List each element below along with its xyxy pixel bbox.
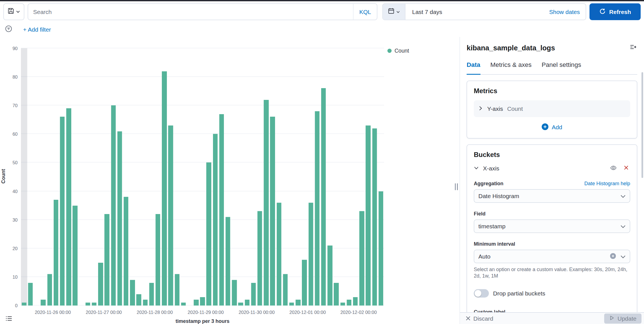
bar[interactable] <box>347 300 351 306</box>
aggregation-select[interactable]: Date Histogram <box>474 189 630 203</box>
bar[interactable] <box>200 297 205 306</box>
tab-panel-settings[interactable]: Panel settings <box>542 60 581 75</box>
bar[interactable] <box>124 197 128 306</box>
show-dates-button[interactable]: Show dates <box>543 8 586 15</box>
field-select[interactable]: timestamp <box>474 220 630 233</box>
bar[interactable] <box>60 117 65 306</box>
bar[interactable] <box>264 100 269 306</box>
bar[interactable] <box>321 88 326 306</box>
bar[interactable] <box>238 303 243 306</box>
y-tick-label: 80 <box>13 74 18 79</box>
bar[interactable] <box>353 297 358 306</box>
x-tick-label: 2020-12-01 00:00 <box>289 310 326 315</box>
minimum-interval-help-text: Select an option or create a custom valu… <box>474 267 630 279</box>
bar[interactable] <box>257 211 262 306</box>
bar[interactable] <box>289 303 294 306</box>
bar[interactable] <box>149 283 154 306</box>
bar[interactable] <box>66 108 71 306</box>
minimum-interval-combobox[interactable]: Auto <box>474 250 630 263</box>
date-histogram-help-link[interactable]: Date Histogram help <box>584 180 630 186</box>
bar[interactable] <box>54 200 58 306</box>
refresh-button[interactable]: Refresh <box>589 3 641 20</box>
bar[interactable] <box>378 191 383 306</box>
bar[interactable] <box>308 203 313 306</box>
plot-area[interactable] <box>21 48 384 306</box>
bar[interactable] <box>194 300 198 306</box>
bar[interactable] <box>251 283 256 306</box>
bar[interactable] <box>22 303 27 306</box>
bar[interactable] <box>168 125 173 306</box>
bar[interactable] <box>105 214 109 306</box>
panel-scrollbar[interactable] <box>641 72 643 178</box>
bar[interactable] <box>328 245 332 306</box>
bar[interactable] <box>283 274 288 306</box>
bar[interactable] <box>92 303 97 306</box>
panel-title: kibana_sample_data_logs <box>467 44 555 53</box>
bar[interactable] <box>296 300 300 306</box>
kql-language-button[interactable]: KQL <box>353 4 377 20</box>
panel-resize-handle[interactable] <box>455 184 458 190</box>
filter-icon[interactable] <box>5 25 12 34</box>
bar[interactable] <box>41 300 46 306</box>
bar[interactable] <box>143 300 148 306</box>
bar[interactable] <box>359 211 364 306</box>
clear-value-button[interactable] <box>609 252 617 261</box>
bar[interactable] <box>219 114 224 306</box>
drop-partial-buckets-toggle[interactable] <box>474 289 489 298</box>
date-quick-select-button[interactable] <box>383 4 406 20</box>
bar[interactable] <box>28 283 33 306</box>
bar[interactable] <box>276 203 281 306</box>
buckets-card: Buckets X-axis <box>467 144 638 312</box>
bar[interactable] <box>340 303 345 306</box>
search-input[interactable] <box>28 8 353 15</box>
chevron-down-icon <box>474 165 479 172</box>
bar[interactable] <box>213 134 218 306</box>
eye-icon <box>610 164 617 172</box>
tab-data[interactable]: Data <box>467 60 480 75</box>
bar[interactable] <box>181 303 186 306</box>
bar[interactable] <box>245 300 249 306</box>
bar[interactable] <box>86 303 90 306</box>
aggregation-label: Aggregation <box>474 180 503 187</box>
tab-metrics-axes[interactable]: Metrics & axes <box>490 60 532 75</box>
discard-button[interactable]: Discard <box>466 315 493 322</box>
update-button[interactable]: Update <box>604 313 641 323</box>
bar[interactable] <box>366 125 370 306</box>
bar[interactable] <box>372 128 377 306</box>
toggle-visibility-button[interactable] <box>609 164 618 173</box>
bar[interactable] <box>98 263 103 306</box>
bar[interactable] <box>226 217 230 306</box>
bar[interactable] <box>130 280 135 306</box>
bar[interactable] <box>302 260 307 306</box>
bar[interactable] <box>270 117 275 306</box>
metric-row-value: Count <box>507 105 523 112</box>
bucket-x-axis-row[interactable]: X-axis <box>474 164 630 173</box>
toggle-knob <box>475 290 481 297</box>
metric-y-axis-row[interactable]: Y-axis Count <box>474 100 630 117</box>
collapse-panel-button[interactable] <box>629 44 637 52</box>
bar[interactable] <box>315 111 319 306</box>
add-filter-button[interactable]: + Add filter <box>23 26 51 33</box>
bar[interactable] <box>111 105 116 306</box>
legend-toggle-button[interactable] <box>3 314 14 324</box>
bar[interactable] <box>73 205 77 306</box>
refresh-icon <box>599 8 606 16</box>
bar[interactable] <box>47 274 52 306</box>
bar[interactable] <box>136 294 141 306</box>
bar[interactable] <box>117 131 122 306</box>
x-tick-label: 2020-11-28 00:00 <box>137 310 173 315</box>
bar[interactable] <box>207 163 211 306</box>
date-range-text[interactable]: Last 7 days <box>406 8 543 15</box>
bar[interactable] <box>175 274 179 306</box>
field-value: timestamp <box>479 223 617 230</box>
saved-query-menu-button[interactable] <box>3 3 24 20</box>
legend-item-count[interactable]: Count <box>387 48 409 54</box>
bar[interactable] <box>162 71 167 306</box>
panel-footer: Discard Update <box>460 312 644 324</box>
remove-bucket-button[interactable] <box>622 164 630 173</box>
bar[interactable] <box>155 214 160 306</box>
partial-bucket-marker <box>21 48 27 306</box>
bar[interactable] <box>334 283 339 306</box>
bar[interactable] <box>232 280 237 306</box>
add-metric-button[interactable]: Add <box>474 122 630 132</box>
